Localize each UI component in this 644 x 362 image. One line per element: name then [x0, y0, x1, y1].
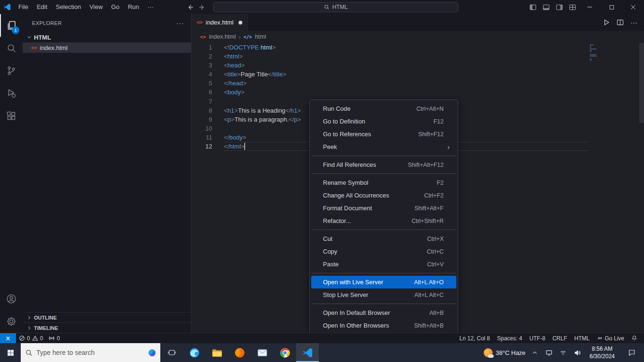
outline-section[interactable]: OUTLINE — [23, 312, 191, 322]
menu-item-run-code[interactable]: Run CodeCtrl+Alt+N — [311, 102, 456, 115]
menu-item-refactor[interactable]: Refactor...Ctrl+Shift+R — [311, 214, 456, 227]
settings-gear-icon[interactable] — [0, 310, 23, 333]
menu-item-go-to-definition[interactable]: Go to DefinitionF12 — [311, 115, 456, 128]
code-token: > — [242, 134, 246, 141]
menu-item-cut[interactable]: CutCtrl+X — [311, 232, 456, 245]
split-editor-icon[interactable] — [617, 19, 624, 26]
line-number: 2 — [191, 52, 212, 61]
menu-item-peek[interactable]: Peek› — [311, 140, 456, 153]
explorer-icon[interactable]: 1 — [0, 14, 23, 37]
menubar-item-view[interactable]: View — [85, 0, 107, 14]
scrollbar[interactable] — [639, 43, 644, 123]
breadcrumb-file[interactable]: index.html — [209, 33, 236, 40]
taskbar-clock[interactable]: 8:56 AM 6/30/2024 — [587, 345, 618, 360]
source-control-icon[interactable] — [0, 59, 23, 82]
cursor-position[interactable]: Ln 12, Col 8 — [457, 335, 493, 342]
indentation[interactable]: Spaces: 4 — [494, 335, 525, 342]
timeline-section[interactable]: TIMELINE — [23, 322, 191, 333]
minimap-line — [590, 51, 591, 52]
menu-item-open-in-other-browsers[interactable]: Open In Other BrowsersShift+Alt+B — [311, 319, 456, 332]
menubar-item-edit[interactable]: Edit — [33, 0, 51, 14]
search-highlight-icon[interactable] — [149, 349, 156, 356]
sidebar-more-actions-icon[interactable]: ··· — [176, 19, 184, 27]
display-tray-icon[interactable] — [545, 349, 554, 356]
menu-item-format-document[interactable]: Format DocumentShift+Alt+F — [311, 202, 456, 214]
code-token: body — [229, 134, 242, 141]
tab-index-html[interactable]: <> index.html — [191, 14, 248, 31]
action-center-icon[interactable] — [622, 349, 641, 356]
taskbar-app-file-explorer[interactable] — [206, 343, 228, 362]
taskbar-app-firefox[interactable] — [228, 343, 251, 362]
toggle-secondary-sidebar-icon[interactable] — [553, 0, 566, 14]
toggle-sidebar-icon[interactable] — [526, 0, 539, 14]
weather-widget[interactable]: 38°C Haze — [484, 348, 526, 357]
ports-indicator[interactable]: 0 — [46, 333, 63, 343]
hidden-icons-chevron-icon[interactable] — [530, 350, 540, 356]
problems-indicator[interactable]: 0 0 — [16, 333, 46, 343]
line-number: 3 — [191, 61, 212, 70]
workspace-folder-row[interactable]: HTML — [23, 32, 191, 42]
text-cursor — [244, 143, 245, 150]
code-token: > — [239, 53, 243, 60]
search-icon — [324, 4, 330, 10]
eol-sequence[interactable]: CRLF — [550, 335, 570, 342]
code-token: head — [228, 62, 241, 69]
run-code-icon[interactable] — [603, 19, 610, 26]
history-nav — [187, 0, 206, 14]
menu-item-stop-live-server[interactable]: Stop Live ServerAlt+L Alt+C — [311, 288, 456, 301]
taskbar-app-vscode[interactable] — [296, 343, 319, 362]
taskbar-app-edge[interactable] — [183, 343, 206, 362]
maximize-button[interactable] — [601, 0, 622, 14]
menu-item-find-all-references[interactable]: Find All ReferencesShift+Alt+F12 — [311, 158, 456, 171]
network-tray-icon[interactable] — [559, 349, 568, 356]
forward-arrow-icon[interactable] — [198, 4, 206, 11]
toggle-panel-icon[interactable] — [539, 0, 553, 14]
taskbar-app-chrome[interactable] — [273, 343, 296, 362]
language-mode[interactable]: HTML — [571, 335, 593, 342]
taskbar-search-input[interactable]: Type here to search — [21, 343, 160, 362]
menu-item-paste[interactable]: PasteCtrl+V — [311, 258, 456, 271]
menubar-item-item[interactable]: ··· — [143, 0, 158, 14]
search-sidebar-icon[interactable] — [0, 37, 23, 59]
run-debug-icon[interactable] — [0, 82, 23, 105]
menubar-item-go[interactable]: Go — [107, 0, 124, 14]
minimap-line — [590, 60, 592, 61]
encoding[interactable]: UTF-8 — [527, 335, 548, 342]
menubar-item-file[interactable]: File — [14, 0, 33, 14]
menu-item-label: Refactor... — [323, 217, 412, 224]
extensions-icon[interactable] — [0, 105, 23, 127]
menubar-item-selection[interactable]: Selection — [51, 0, 85, 14]
notifications-bell-icon[interactable] — [628, 335, 640, 341]
menu-item-go-to-references[interactable]: Go to ReferencesShift+F12 — [311, 128, 456, 140]
more-actions-icon[interactable]: ··· — [630, 18, 637, 26]
tab-bar: <> index.html ··· — [191, 14, 644, 31]
menu-separator — [312, 304, 456, 304]
taskbar-app-mail[interactable] — [251, 343, 273, 362]
accounts-icon[interactable] — [0, 288, 23, 310]
menu-item-open-in-default-browser[interactable]: Open In Default BrowserAlt+B — [311, 306, 456, 319]
go-live-button[interactable]: Go Live — [594, 335, 627, 342]
taskbar-apps — [183, 343, 319, 362]
breadcrumb-symbol[interactable]: html — [255, 33, 266, 40]
modified-dot-icon[interactable] — [239, 21, 242, 25]
code-token: < — [224, 71, 228, 78]
back-arrow-icon[interactable] — [187, 4, 194, 11]
customize-layout-icon[interactable] — [566, 0, 579, 14]
menu-item-open-with-live-server[interactable]: Open with Live ServerAlt+L Alt+O — [311, 276, 456, 288]
minimap[interactable] — [588, 44, 639, 61]
close-button[interactable] — [622, 0, 644, 14]
command-center-search[interactable]: HTML — [213, 2, 458, 12]
menu-item-label: Cut — [323, 235, 427, 242]
menu-item-change-all-occurrences[interactable]: Change All OccurrencesCtrl+F2 — [311, 189, 456, 202]
menu-item-copy[interactable]: CopyCtrl+C — [311, 245, 456, 258]
file-row-index-html[interactable]: <> index.html — [23, 42, 191, 53]
menubar-item-run[interactable]: Run — [124, 0, 143, 14]
task-view-icon[interactable] — [160, 343, 183, 362]
remote-indicator[interactable] — [0, 333, 16, 343]
minimize-button[interactable] — [579, 0, 601, 14]
file-label: index.html — [40, 44, 67, 51]
start-button[interactable] — [0, 343, 21, 362]
menu-item-rename-symbol[interactable]: Rename SymbolF2 — [311, 176, 456, 189]
editor-actions: ··· — [603, 14, 644, 31]
volume-tray-icon[interactable] — [573, 349, 582, 356]
